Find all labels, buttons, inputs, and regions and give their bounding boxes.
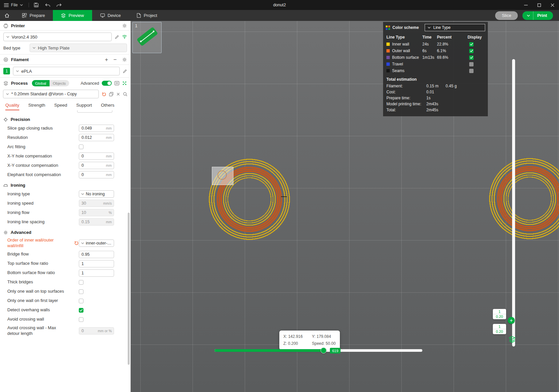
setting-input[interactable]: 1 (79, 260, 114, 267)
tab-prepare[interactable]: Prepare (14, 10, 53, 21)
print-dropdown-button[interactable] (522, 11, 533, 20)
tab-speed[interactable]: Speed (54, 103, 67, 110)
setting-input[interactable]: 0mm or % (79, 327, 114, 335)
layers-mode-button[interactable] (508, 336, 516, 343)
bed-type-value: High Temp Plate (38, 46, 70, 50)
sidebar-scrollbar[interactable] (128, 213, 130, 365)
setting-row: Avoid crossing wall - Max detour length0… (0, 324, 130, 338)
setting-unit: mm/s (103, 201, 114, 205)
setting-checkbox[interactable] (79, 308, 83, 313)
gear-icon[interactable] (122, 57, 127, 62)
setting-select[interactable]: No ironing (79, 190, 114, 198)
tab-device[interactable]: Device (92, 10, 129, 21)
maximize-button[interactable] (532, 0, 546, 10)
redo-button[interactable] (53, 0, 65, 10)
objects-pill[interactable]: Objects (50, 80, 69, 86)
display-checkbox[interactable] (469, 62, 474, 66)
setting-select[interactable]: inner-outer-… (79, 240, 114, 247)
display-checkbox[interactable] (469, 42, 474, 47)
setting-input[interactable]: 0.15mm (79, 218, 114, 226)
revert-preset-icon[interactable] (102, 92, 106, 96)
gear-icon[interactable] (122, 23, 127, 28)
setting-input[interactable]: 30mm/s (79, 200, 114, 207)
color-scheme-title: Color scheme (392, 25, 419, 30)
edit-filament-icon[interactable] (123, 69, 127, 73)
setting-checkbox[interactable] (79, 280, 83, 285)
global-objects-toggle[interactable]: Global Objects (32, 80, 69, 86)
setting-input[interactable]: 0.049mm (79, 125, 114, 132)
wifi-icon[interactable] (122, 35, 127, 39)
cursor-marker (212, 167, 233, 185)
global-pill[interactable]: Global (32, 80, 50, 86)
group-header: Precision (0, 114, 130, 124)
minimize-button[interactable] (519, 0, 532, 10)
display-checkbox[interactable] (469, 49, 474, 53)
line-type-cell: Travel (386, 62, 422, 66)
setting-input[interactable]: 0mm (79, 162, 114, 169)
settings-scroll-area[interactable]: PrecisionSlice gap closing radius0.049mm… (0, 110, 130, 338)
tab-preview[interactable]: Preview (53, 10, 92, 21)
parameter-list-icon[interactable] (114, 81, 119, 85)
move-slider-handle[interactable] (321, 347, 327, 353)
layer-badge-bottom[interactable]: 1 0.20 (493, 324, 506, 334)
move-slider[interactable] (214, 349, 422, 352)
chevron-down-icon (428, 27, 431, 29)
setting-value: 10 (79, 210, 86, 215)
setting-label: Bridge flow (7, 251, 73, 257)
setting-input[interactable]: 0mm (79, 171, 114, 178)
file-menu[interactable]: File (0, 0, 27, 10)
process-preset-select[interactable]: * 0.20mm Standard @Voron - Copy (3, 90, 99, 98)
tab-others[interactable]: Others (101, 103, 114, 110)
setting-input[interactable]: 0mm (79, 152, 114, 160)
color-scheme-select[interactable]: Line Type (425, 24, 485, 31)
setting-checkbox[interactable] (79, 299, 83, 303)
layer-number: 1 (493, 325, 506, 329)
estimation-row: Model printing time:2m43s (383, 101, 488, 107)
print-button[interactable]: Print (522, 11, 553, 20)
display-checkbox[interactable] (469, 69, 474, 73)
setting-input[interactable]: 1 (79, 269, 114, 277)
setting-unit: mm (106, 126, 114, 130)
add-layer-range-button[interactable]: + (508, 317, 515, 324)
stat-value: 2m45s (426, 108, 446, 112)
home-button[interactable] (0, 10, 14, 21)
advanced-toggle[interactable] (102, 81, 112, 86)
chevron-down-icon (81, 193, 84, 195)
remove-filament-button[interactable]: − (113, 57, 117, 62)
layer-badge-top[interactable]: 1 0.20 (493, 309, 506, 319)
close-button[interactable] (546, 0, 559, 10)
bed-type-select[interactable]: High Temp Plate (30, 44, 127, 52)
setting-checkbox[interactable] (79, 145, 83, 149)
layer-slider[interactable] (512, 59, 515, 346)
plate-thumbnail[interactable]: 1 (132, 22, 162, 53)
tab-support[interactable]: Support (76, 103, 92, 110)
save-preset-icon[interactable] (109, 92, 113, 96)
tab-quality[interactable]: Quality (5, 103, 19, 110)
setting-input[interactable]: 10% (79, 209, 114, 216)
color-scheme-value: Line Type (433, 25, 451, 30)
filament-select[interactable]: ePLA (13, 67, 120, 75)
setting-input[interactable]: 0.95 (79, 251, 114, 258)
setting-input[interactable]: 0.012mm (79, 134, 114, 141)
titlebar: File donut2 (0, 0, 559, 10)
viewport-3d[interactable]: 1 Color scheme Line Type (131, 21, 559, 392)
delete-preset-icon[interactable] (116, 92, 120, 96)
objects-table-icon[interactable] (122, 81, 127, 86)
search-icon[interactable] (123, 92, 127, 96)
stat-value: 0.15 m (426, 84, 446, 88)
tab-project[interactable]: Project (129, 10, 165, 21)
setting-unit: mm (106, 163, 114, 167)
add-filament-button[interactable]: + (105, 57, 108, 62)
total-estimation-title: Total estimation (383, 74, 488, 83)
slice-button[interactable]: Slice (495, 11, 518, 20)
printer-select[interactable]: Voron2.4 350 (3, 33, 112, 41)
setting-checkbox[interactable] (79, 289, 83, 294)
setting-checkbox[interactable] (79, 317, 83, 322)
edit-printer-icon[interactable] (115, 35, 119, 39)
revert-icon[interactable] (74, 241, 78, 245)
tab-strength[interactable]: Strength (28, 103, 45, 110)
undo-button[interactable] (42, 0, 53, 10)
display-checkbox[interactable] (469, 55, 474, 60)
line-type-swatch (386, 56, 390, 59)
save-button[interactable] (31, 0, 42, 10)
